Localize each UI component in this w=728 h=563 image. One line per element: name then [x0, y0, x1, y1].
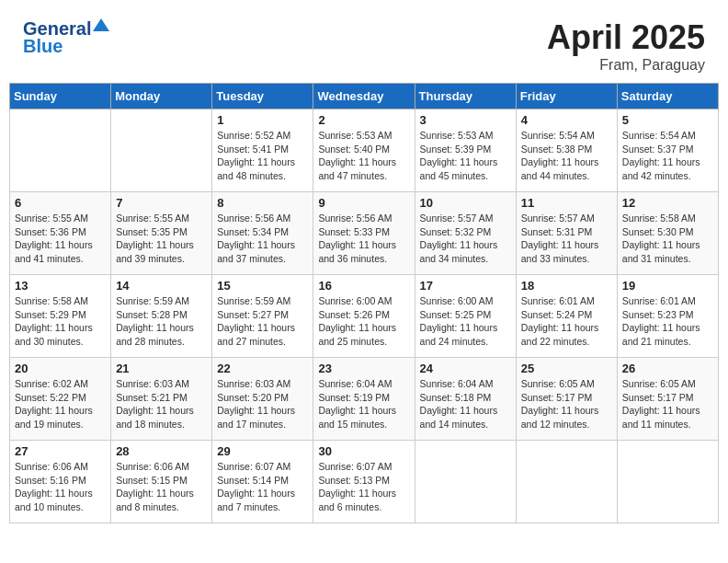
- day-number: 1: [217, 113, 308, 127]
- calendar-day-header: Wednesday: [313, 84, 415, 109]
- day-number: 9: [318, 196, 409, 210]
- month-title: April 2025: [547, 18, 705, 57]
- calendar-day-cell: [111, 109, 212, 192]
- calendar-day-cell: 2Sunrise: 5:53 AMSunset: 5:40 PMDaylight…: [313, 109, 415, 192]
- calendar-day-cell: 25Sunrise: 6:05 AMSunset: 5:17 PMDayligh…: [516, 358, 617, 441]
- day-number: 27: [15, 444, 106, 458]
- day-info: Sunrise: 5:58 AMSunset: 5:29 PMDaylight:…: [15, 294, 106, 349]
- calendar-day-cell: 26Sunrise: 6:05 AMSunset: 5:17 PMDayligh…: [617, 358, 718, 441]
- day-number: 20: [15, 362, 106, 375]
- day-number: 19: [622, 279, 713, 293]
- day-info: Sunrise: 6:02 AMSunset: 5:22 PMDaylight:…: [15, 377, 106, 431]
- day-number: 25: [521, 362, 612, 375]
- day-info: Sunrise: 5:54 AMSunset: 5:37 PMDaylight:…: [622, 129, 713, 183]
- day-number: 8: [217, 196, 308, 210]
- day-info: Sunrise: 6:05 AMSunset: 5:17 PMDaylight:…: [521, 377, 612, 431]
- day-info: Sunrise: 6:07 AMSunset: 5:14 PMDaylight:…: [217, 460, 308, 514]
- calendar-week-row: 20Sunrise: 6:02 AMSunset: 5:22 PMDayligh…: [10, 358, 719, 441]
- day-info: Sunrise: 5:55 AMSunset: 5:35 PMDaylight:…: [116, 212, 207, 266]
- calendar-day-header: Thursday: [415, 84, 516, 109]
- day-number: 11: [521, 196, 612, 210]
- day-number: 29: [217, 444, 308, 458]
- calendar-day-cell: 3Sunrise: 5:53 AMSunset: 5:39 PMDaylight…: [415, 109, 516, 192]
- calendar-day-cell: 1Sunrise: 5:52 AMSunset: 5:41 PMDaylight…: [212, 109, 313, 192]
- day-number: 10: [420, 196, 511, 210]
- calendar-day-cell: 5Sunrise: 5:54 AMSunset: 5:37 PMDaylight…: [617, 109, 718, 192]
- svg-marker-0: [93, 18, 109, 31]
- calendar-day-cell: 17Sunrise: 6:00 AMSunset: 5:25 PMDayligh…: [415, 275, 516, 358]
- day-number: 12: [622, 196, 713, 210]
- day-number: 2: [318, 113, 409, 127]
- day-info: Sunrise: 5:56 AMSunset: 5:33 PMDaylight:…: [318, 212, 409, 266]
- day-info: Sunrise: 6:01 AMSunset: 5:23 PMDaylight:…: [622, 294, 713, 349]
- day-number: 23: [318, 362, 409, 375]
- calendar-week-row: 13Sunrise: 5:58 AMSunset: 5:29 PMDayligh…: [10, 275, 719, 358]
- day-info: Sunrise: 5:55 AMSunset: 5:36 PMDaylight:…: [15, 212, 106, 266]
- calendar-day-header: Friday: [516, 84, 617, 109]
- day-number: 21: [116, 362, 207, 375]
- day-number: 22: [217, 362, 308, 375]
- day-info: Sunrise: 6:07 AMSunset: 5:13 PMDaylight:…: [318, 460, 409, 514]
- calendar-day-cell: [617, 441, 718, 523]
- calendar-day-cell: 9Sunrise: 5:56 AMSunset: 5:33 PMDaylight…: [313, 192, 415, 275]
- day-info: Sunrise: 5:59 AMSunset: 5:28 PMDaylight:…: [116, 294, 207, 349]
- day-info: Sunrise: 5:53 AMSunset: 5:40 PMDaylight:…: [318, 129, 409, 183]
- calendar-day-cell: 4Sunrise: 5:54 AMSunset: 5:38 PMDaylight…: [516, 109, 617, 192]
- day-info: Sunrise: 5:57 AMSunset: 5:32 PMDaylight:…: [420, 212, 511, 266]
- logo-icon: [93, 18, 109, 35]
- day-number: 14: [116, 279, 207, 293]
- calendar-day-cell: 28Sunrise: 6:06 AMSunset: 5:15 PMDayligh…: [111, 441, 212, 523]
- calendar-day-cell: 22Sunrise: 6:03 AMSunset: 5:20 PMDayligh…: [212, 358, 313, 441]
- day-number: 24: [420, 362, 511, 375]
- day-info: Sunrise: 5:53 AMSunset: 5:39 PMDaylight:…: [420, 129, 511, 183]
- day-number: 30: [318, 444, 409, 458]
- day-number: 13: [15, 279, 106, 293]
- calendar-day-cell: 14Sunrise: 5:59 AMSunset: 5:28 PMDayligh…: [111, 275, 212, 358]
- day-number: 26: [622, 362, 713, 375]
- day-info: Sunrise: 6:04 AMSunset: 5:19 PMDaylight:…: [318, 377, 409, 431]
- day-info: Sunrise: 5:56 AMSunset: 5:34 PMDaylight:…: [217, 212, 308, 266]
- day-info: Sunrise: 5:58 AMSunset: 5:30 PMDaylight:…: [622, 212, 713, 266]
- day-info: Sunrise: 5:54 AMSunset: 5:38 PMDaylight:…: [521, 129, 612, 183]
- day-number: 4: [521, 113, 612, 127]
- calendar-day-cell: 27Sunrise: 6:06 AMSunset: 5:16 PMDayligh…: [10, 441, 111, 523]
- calendar-day-cell: 13Sunrise: 5:58 AMSunset: 5:29 PMDayligh…: [10, 275, 111, 358]
- calendar-day-header: Tuesday: [212, 84, 313, 109]
- day-info: Sunrise: 5:59 AMSunset: 5:27 PMDaylight:…: [217, 294, 308, 349]
- day-number: 3: [420, 113, 511, 127]
- day-number: 5: [622, 113, 713, 127]
- day-info: Sunrise: 6:00 AMSunset: 5:25 PMDaylight:…: [420, 294, 511, 349]
- day-info: Sunrise: 6:01 AMSunset: 5:24 PMDaylight:…: [521, 294, 612, 349]
- calendar-day-cell: 23Sunrise: 6:04 AMSunset: 5:19 PMDayligh…: [313, 358, 415, 441]
- day-number: 28: [116, 444, 207, 458]
- calendar-day-cell: [415, 441, 516, 523]
- day-number: 15: [217, 279, 308, 293]
- page-header: General Blue April 2025 Fram, Paraguay: [9, 9, 719, 78]
- calendar-day-cell: 15Sunrise: 5:59 AMSunset: 5:27 PMDayligh…: [212, 275, 313, 358]
- day-info: Sunrise: 6:05 AMSunset: 5:17 PMDaylight:…: [622, 377, 713, 431]
- day-number: 6: [15, 196, 106, 210]
- title-area: April 2025 Fram, Paraguay: [547, 18, 705, 74]
- location: Fram, Paraguay: [547, 57, 705, 74]
- day-number: 17: [420, 279, 511, 293]
- calendar-week-row: 1Sunrise: 5:52 AMSunset: 5:41 PMDaylight…: [10, 109, 719, 192]
- calendar-day-cell: 11Sunrise: 5:57 AMSunset: 5:31 PMDayligh…: [516, 192, 617, 275]
- logo-blue: Blue: [23, 36, 109, 57]
- calendar-day-cell: 12Sunrise: 5:58 AMSunset: 5:30 PMDayligh…: [617, 192, 718, 275]
- calendar-table: SundayMondayTuesdayWednesdayThursdayFrid…: [9, 83, 719, 523]
- day-info: Sunrise: 5:57 AMSunset: 5:31 PMDaylight:…: [521, 212, 612, 266]
- day-info: Sunrise: 5:52 AMSunset: 5:41 PMDaylight:…: [217, 129, 308, 183]
- calendar-day-cell: 8Sunrise: 5:56 AMSunset: 5:34 PMDaylight…: [212, 192, 313, 275]
- calendar-day-cell: 6Sunrise: 5:55 AMSunset: 5:36 PMDaylight…: [10, 192, 111, 275]
- day-number: 16: [318, 279, 409, 293]
- calendar-day-cell: 19Sunrise: 6:01 AMSunset: 5:23 PMDayligh…: [617, 275, 718, 358]
- calendar-week-row: 6Sunrise: 5:55 AMSunset: 5:36 PMDaylight…: [10, 192, 719, 275]
- day-info: Sunrise: 6:03 AMSunset: 5:21 PMDaylight:…: [116, 377, 207, 431]
- calendar-day-cell: [10, 109, 111, 192]
- day-info: Sunrise: 6:04 AMSunset: 5:18 PMDaylight:…: [420, 377, 511, 431]
- calendar-day-cell: 20Sunrise: 6:02 AMSunset: 5:22 PMDayligh…: [10, 358, 111, 441]
- calendar-day-header: Monday: [111, 84, 212, 109]
- day-info: Sunrise: 6:03 AMSunset: 5:20 PMDaylight:…: [217, 377, 308, 431]
- calendar-week-row: 27Sunrise: 6:06 AMSunset: 5:16 PMDayligh…: [10, 441, 719, 523]
- calendar-day-cell: 18Sunrise: 6:01 AMSunset: 5:24 PMDayligh…: [516, 275, 617, 358]
